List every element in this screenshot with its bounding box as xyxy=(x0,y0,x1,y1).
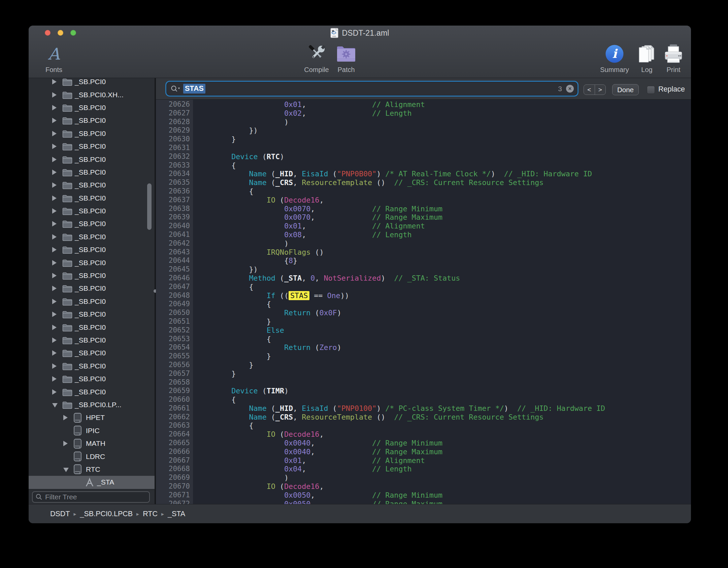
tree-row--sb-pci0[interactable]: _SB.PCI0 xyxy=(29,321,155,333)
patch-button[interactable]: Patch xyxy=(323,41,370,77)
tree-row--sb-pci0-lp-[interactable]: _SB.PCI0.LP... xyxy=(29,398,155,411)
tree-row--sta[interactable]: _STA xyxy=(29,476,155,489)
chevron-right-icon[interactable] xyxy=(52,131,62,136)
tree-row--sb-pci0[interactable]: _SB.PCI0 xyxy=(29,205,155,217)
tree-row--sb-pci0[interactable]: _SB.PCI0 xyxy=(29,230,155,243)
tree-outline[interactable]: _SB.PCI0_SB.PCI0.XH..._SB.PCI0_SB.PCI0_S… xyxy=(29,78,155,490)
line-number: 20641 xyxy=(156,230,190,239)
chevron-right-icon[interactable] xyxy=(52,389,62,395)
chevron-right-icon[interactable] xyxy=(52,157,62,162)
chevron-right-icon[interactable] xyxy=(63,415,73,420)
breadcrumb-item[interactable]: DSDT xyxy=(50,510,70,518)
chevron-right-icon[interactable] xyxy=(52,247,62,252)
chevron-right-icon[interactable] xyxy=(52,325,62,330)
fonts-button[interactable]: A Fonts xyxy=(38,41,70,77)
line-number: 20670 xyxy=(156,482,190,491)
chevron-right-icon[interactable] xyxy=(52,286,62,291)
tree-row--sb-pci0[interactable]: _SB.PCI0 xyxy=(29,295,155,308)
find-next-button[interactable]: > xyxy=(595,85,606,95)
tree-row-math[interactable]: MATH xyxy=(29,437,155,450)
chevron-right-icon[interactable] xyxy=(52,92,62,98)
replace-checkbox[interactable] xyxy=(647,86,655,94)
chevron-right-icon[interactable] xyxy=(52,338,62,343)
chevron-right-icon[interactable] xyxy=(52,376,62,382)
tree-row--sb-pci0[interactable]: _SB.PCI0 xyxy=(29,334,155,347)
tree-row--sb-pci0[interactable]: _SB.PCI0 xyxy=(29,179,155,191)
code-editor[interactable]: 2062620627206282062920630206312063220633… xyxy=(156,100,691,504)
tree-item-label: _SB.PCI0 xyxy=(75,349,106,357)
code-line: } xyxy=(214,317,691,326)
tree-row--sb-pci0[interactable]: _SB.PCI0 xyxy=(29,166,155,179)
chevron-right-icon[interactable] xyxy=(52,105,62,110)
tree-row--sb-pci0[interactable]: _SB.PCI0 xyxy=(29,78,155,88)
tree-row--sb-pci0[interactable]: _SB.PCI0 xyxy=(29,282,155,295)
tree-row-rtc[interactable]: RTC xyxy=(29,463,155,476)
tree-row--sb-pci0[interactable]: _SB.PCI0 xyxy=(29,372,155,385)
tree-row--sb-pci0[interactable]: _SB.PCI0 xyxy=(29,360,155,372)
chevron-right-icon[interactable] xyxy=(52,260,62,265)
tree-row--sb-pci0[interactable]: _SB.PCI0 xyxy=(29,269,155,282)
chevron-down-icon[interactable] xyxy=(52,402,62,407)
tree-row--sb-pci0[interactable]: _SB.PCI0 xyxy=(29,192,155,205)
tree-row--sb-pci0[interactable]: _SB.PCI0 xyxy=(29,101,155,114)
minimize-button[interactable] xyxy=(58,30,63,36)
tree-row--sb-pci0[interactable]: _SB.PCI0 xyxy=(29,140,155,153)
breadcrumb-item[interactable]: RTC xyxy=(143,510,158,518)
tree-row--sb-pci0[interactable]: _SB.PCI0 xyxy=(29,127,155,140)
line-number: 20626 xyxy=(156,100,190,109)
chevron-right-icon[interactable] xyxy=(52,182,62,188)
code-line: 0x01, // Alignment xyxy=(214,222,691,230)
chevron-right-icon[interactable] xyxy=(52,299,62,304)
code-line: IO (Decode16, xyxy=(214,482,691,491)
chevron-right-icon[interactable] xyxy=(52,234,62,240)
chevron-right-icon[interactable] xyxy=(52,208,62,214)
print-button[interactable]: Print xyxy=(657,41,690,77)
search-menu-icon[interactable] xyxy=(170,85,181,93)
tree-row--sb-pci0[interactable]: _SB.PCI0 xyxy=(29,153,155,166)
folder-icon xyxy=(62,310,72,318)
breadcrumb-item[interactable]: _SB.PCI0.LPCB xyxy=(80,510,133,518)
tree-row--sb-pci0[interactable]: _SB.PCI0 xyxy=(29,256,155,269)
chevron-right-icon[interactable] xyxy=(63,441,73,446)
tree-row--sb-pci0[interactable]: _SB.PCI0 xyxy=(29,217,155,230)
chevron-right-icon[interactable] xyxy=(52,312,62,317)
tree-row--sb-pci0-xh-[interactable]: _SB.PCI0.XH... xyxy=(29,88,155,101)
clear-search-button[interactable]: ✕ xyxy=(566,85,574,93)
device-icon xyxy=(73,413,82,423)
chevron-right-icon[interactable] xyxy=(52,79,62,84)
zoom-button[interactable] xyxy=(70,30,76,36)
tree-row--sb-pci0[interactable]: _SB.PCI0 xyxy=(29,385,155,398)
chevron-right-icon[interactable] xyxy=(52,196,62,201)
chevron-right-icon[interactable] xyxy=(52,170,62,175)
line-number: 20669 xyxy=(156,473,190,482)
code-line: 0x0070, // Range Maximum xyxy=(214,213,691,222)
chevron-down-icon[interactable] xyxy=(63,467,73,472)
chevron-right-icon[interactable] xyxy=(52,363,62,369)
folder-icon xyxy=(62,181,72,189)
chevron-right-icon[interactable] xyxy=(52,350,62,356)
sidebar-scrollbar[interactable] xyxy=(147,183,152,230)
code-line: Name (_HID, EisaId ("PNP0100") /* PC-cla… xyxy=(214,404,691,413)
find-navigation: < > xyxy=(584,84,606,95)
tree-row-ipic[interactable]: IPIC xyxy=(29,424,155,437)
filter-tree-input[interactable]: Filter Tree xyxy=(32,491,150,503)
filter-bar: Filter Tree xyxy=(29,490,155,504)
code-line: 0x0070, // Range Minimum xyxy=(214,205,691,213)
close-button[interactable] xyxy=(45,30,51,36)
tree-row--sb-pci0[interactable]: _SB.PCI0 xyxy=(29,114,155,127)
find-input[interactable]: STAS 3 ✕ xyxy=(165,81,578,97)
fonts-icon: A xyxy=(48,42,60,65)
done-button[interactable]: Done xyxy=(612,84,639,95)
find-bar: STAS 3 ✕ < > Done Replace xyxy=(156,78,691,100)
breadcrumb-item[interactable]: _STA xyxy=(168,510,185,518)
tree-row--sb-pci0[interactable]: _SB.PCI0 xyxy=(29,308,155,321)
find-previous-button[interactable]: < xyxy=(584,85,595,95)
tree-row--sb-pci0[interactable]: _SB.PCI0 xyxy=(29,347,155,359)
chevron-right-icon[interactable] xyxy=(52,221,62,226)
tree-row-ldrc[interactable]: LDRC xyxy=(29,450,155,463)
chevron-right-icon[interactable] xyxy=(52,273,62,278)
chevron-right-icon[interactable] xyxy=(52,144,62,149)
tree-row-hpet[interactable]: HPET xyxy=(29,411,155,424)
tree-row--sb-pci0[interactable]: _SB.PCI0 xyxy=(29,243,155,256)
chevron-right-icon[interactable] xyxy=(52,118,62,123)
